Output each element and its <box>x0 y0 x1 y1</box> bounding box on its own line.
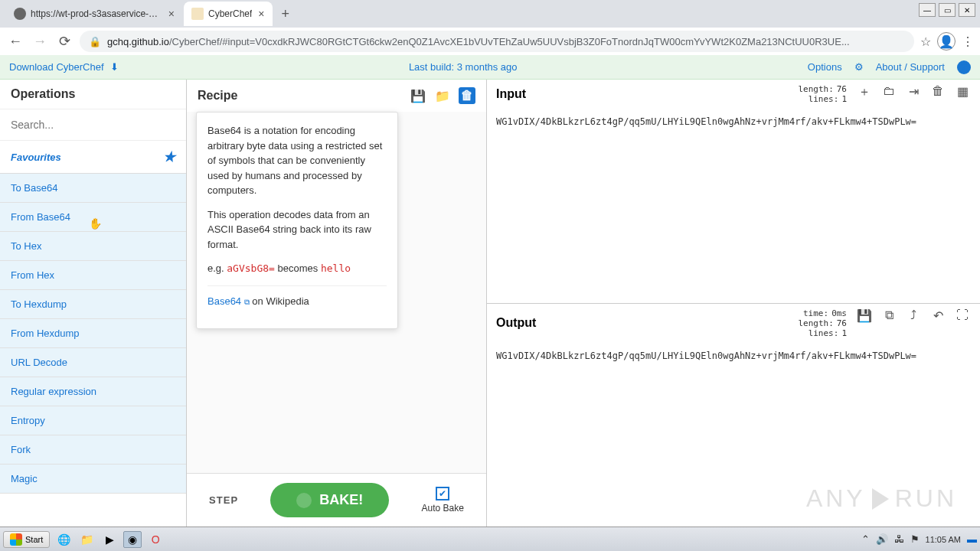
operations-panel: Operations Favourites ★ To Base64 From B… <box>0 80 187 527</box>
op-regex[interactable]: Regular expression <box>0 377 186 406</box>
start-label: Start <box>25 535 43 544</box>
op-magic[interactable]: Magic <box>0 465 186 494</box>
system-tray: ⌃ 🔊 🖧 ⚑ 11:05 AM ▬ <box>861 533 977 545</box>
external-link-icon: ⧉ <box>244 298 250 306</box>
tray-network-icon[interactable]: 🖧 <box>894 533 904 545</box>
search-input[interactable] <box>0 109 186 141</box>
operations-header: Operations <box>0 80 186 109</box>
undo-icon[interactable]: ↶ <box>929 308 946 323</box>
address-bar: ← → ⟳ 🔒 gchq.github.io/CyberChef/#input=… <box>0 28 980 55</box>
chef-hat-icon <box>296 493 312 508</box>
chrome-menu-icon[interactable]: ⋮ <box>962 34 974 49</box>
output-title: Output <box>496 316 536 330</box>
taskbar-explorer-icon[interactable]: 📁 <box>77 531 96 548</box>
browser-tab-1[interactable]: CyberChef × <box>184 2 273 26</box>
taskbar-opera-icon[interactable]: O <box>146 531 165 548</box>
tooltip-example: e.g. aGVsbG8= becomes hello <box>207 261 387 276</box>
load-recipe-icon[interactable]: 📁 <box>434 87 451 104</box>
options-link[interactable]: Options <box>808 61 842 73</box>
tooltip-p2: This operation decodes data from an ASCI… <box>207 207 387 253</box>
favourites-label: Favourites <box>11 152 61 163</box>
taskbar: Start 🌐 📁 ▶ ◉ O ⌃ 🔊 🖧 ⚑ 11:05 AM ▬ <box>0 527 980 551</box>
tab-bar: https://wt-prod-s3asaservice-storm × Cyb… <box>0 0 980 28</box>
op-to-hexdump[interactable]: To Hexdump <box>0 290 186 319</box>
tab-title: CyberChef <box>208 8 252 19</box>
copy-output-icon[interactable]: ⧉ <box>880 308 897 323</box>
url-text: gchq.github.io/CyberChef/#input=V0cxdkRJ… <box>107 36 905 47</box>
cursor-icon: ✋ <box>89 217 102 230</box>
tray-clock[interactable]: 11:05 AM <box>926 535 961 544</box>
download-link[interactable]: Download CyberChef <box>9 61 104 73</box>
io-panel: Input length:76 lines:1 ＋ 🗀 ⇥ 🗑 ▦ WG1vD <box>487 80 980 527</box>
tooltip-p1: Base64 is a notation for encoding arbitr… <box>207 123 387 198</box>
op-to-base64[interactable]: To Base64 <box>0 174 186 203</box>
op-url-decode[interactable]: URL Decode <box>0 348 186 377</box>
op-to-hex[interactable]: To Hex <box>0 232 186 261</box>
op-fork[interactable]: Fork <box>0 435 186 465</box>
tray-monitor-icon[interactable]: ▬ <box>967 533 977 545</box>
op-from-hexdump[interactable]: From Hexdump <box>0 319 186 348</box>
start-button[interactable]: Start <box>3 531 50 548</box>
reload-button[interactable]: ⟳ <box>55 32 74 51</box>
operation-tooltip: Base64 is a notation for encoding arbitr… <box>196 112 398 329</box>
recipe-title: Recipe <box>198 89 237 103</box>
tooltip-link-row: Base64 ⧉ on Wikipedia <box>207 294 387 309</box>
bookmark-star-icon[interactable]: ☆ <box>920 34 931 49</box>
profile-icon[interactable]: 👤 <box>937 32 956 51</box>
tray-volume-icon[interactable]: 🔊 <box>876 533 888 545</box>
gear-icon[interactable]: ⚙ <box>854 61 864 73</box>
maximize-output-icon[interactable]: ⛶ <box>954 308 971 323</box>
forward-button[interactable]: → <box>31 32 49 51</box>
open-folder-icon[interactable]: 🗀 <box>880 84 897 100</box>
operations-title: Operations <box>11 87 75 101</box>
favourites-header[interactable]: Favourites ★ <box>0 141 186 174</box>
add-input-icon[interactable]: ＋ <box>856 84 873 100</box>
op-from-hex[interactable]: From Hex <box>0 261 186 290</box>
open-file-icon[interactable]: ⇥ <box>905 84 922 100</box>
new-tab-button[interactable]: + <box>274 6 298 22</box>
window-controls: — ▭ ✕ <box>919 3 975 17</box>
bake-label: BAKE! <box>319 492 363 508</box>
browser-tab-0[interactable]: https://wt-prod-s3asaservice-storm × <box>6 2 182 26</box>
taskbar-ie-icon[interactable]: 🌐 <box>54 531 73 548</box>
taskbar-media-icon[interactable]: ▶ <box>100 531 119 548</box>
taskbar-chrome-icon[interactable]: ◉ <box>123 531 142 548</box>
clear-input-icon[interactable]: 🗑 <box>929 84 946 100</box>
op-entropy[interactable]: Entropy <box>0 406 186 435</box>
play-triangle-icon <box>872 488 889 510</box>
auto-bake-label: Auto Bake <box>422 503 464 514</box>
close-window-button[interactable]: ✕ <box>959 3 975 17</box>
maximize-button[interactable]: ▭ <box>939 3 956 17</box>
tab-close-icon[interactable]: × <box>258 8 264 20</box>
recipe-drop-area[interactable]: Base64 is a notation for encoding arbitr… <box>187 112 486 473</box>
build-info: Last build: 3 months ago <box>409 61 518 73</box>
tab-title: https://wt-prod-s3asaservice-storm <box>31 8 162 19</box>
auto-bake-toggle[interactable]: ✔ Auto Bake <box>422 487 464 514</box>
bake-button[interactable]: BAKE! <box>270 483 389 517</box>
download-icon[interactable]: ⬇ <box>110 61 119 73</box>
tray-flag-icon[interactable]: ⚑ <box>910 533 920 545</box>
step-button[interactable]: STEP <box>209 494 238 506</box>
windows-logo-icon <box>10 533 22 546</box>
recipe-panel: Recipe 💾 📁 🗑 Base64 is a notation for en… <box>187 80 487 527</box>
help-icon[interactable]: ? <box>957 60 971 74</box>
tray-chevron-icon[interactable]: ⌃ <box>861 533 870 545</box>
save-recipe-icon[interactable]: 💾 <box>410 87 426 104</box>
about-link[interactable]: About / Support <box>876 61 945 73</box>
star-icon: ★ <box>163 148 175 165</box>
save-output-icon[interactable]: 💾 <box>856 308 873 323</box>
app-banner: Download CyberChef ⬇ Last build: 3 month… <box>0 55 980 80</box>
tab-close-icon[interactable]: × <box>168 8 175 20</box>
address-input[interactable]: 🔒 gchq.github.io/CyberChef/#input=V0cxdk… <box>80 31 914 52</box>
minimize-button[interactable]: — <box>919 3 936 17</box>
wikipedia-link[interactable]: Base64 <box>207 295 241 307</box>
move-output-icon[interactable]: ⤴ <box>905 308 922 323</box>
watermark: ANYRUN <box>806 484 957 513</box>
input-title: Input <box>496 87 526 101</box>
input-grid-icon[interactable]: ▦ <box>954 84 971 100</box>
clear-recipe-icon[interactable]: 🗑 <box>459 87 475 104</box>
lock-icon: 🔒 <box>89 36 101 47</box>
input-textarea[interactable]: WG1vDIX/4DkBLkzrL6zt4gP/qq5mU/LHYiL9QEln… <box>487 109 980 302</box>
checkbox-icon: ✔ <box>436 487 449 500</box>
back-button[interactable]: ← <box>6 32 24 51</box>
